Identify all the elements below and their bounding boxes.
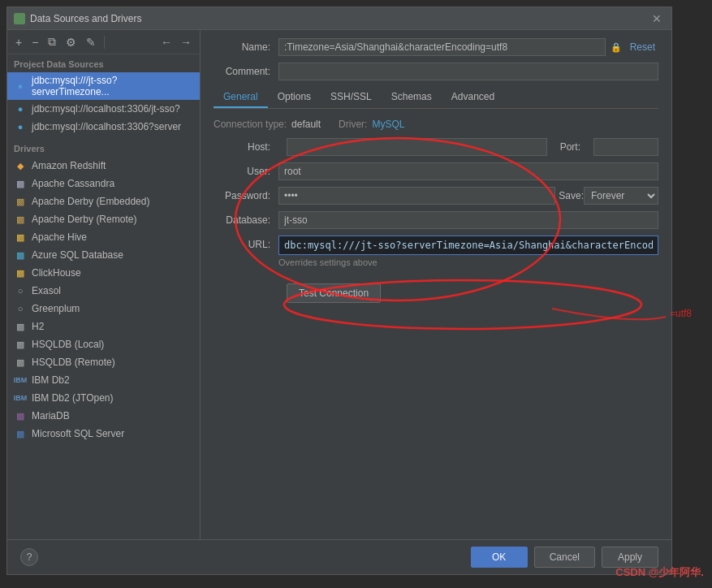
host-label: Host: — [214, 141, 278, 153]
derby-remote-icon: ▩ — [14, 213, 27, 226]
tabs-row: General Options SSH/SSL Schemas Advanced — [214, 87, 658, 109]
forward-button[interactable]: → — [177, 34, 195, 50]
driver-label-exasol: Exasol — [32, 285, 61, 296]
h2-icon: ▩ — [14, 320, 27, 333]
sidebar-item-amazon-redshift[interactable]: ◆ Amazon Redshift — [7, 157, 200, 175]
sidebar-item-azure-sql[interactable]: ▩ Azure SQL Database — [7, 246, 200, 264]
save-select[interactable]: Forever Until restart Never — [584, 187, 658, 205]
sidebar-item-ibm-db2[interactable]: IBM IBM Db2 — [7, 371, 200, 389]
duplicate-button[interactable]: ⧉ — [45, 33, 59, 50]
sidebar-item-apache-hive[interactable]: ▩ Apache Hive — [7, 228, 200, 246]
hsqldb-remote-icon: ▩ — [14, 356, 27, 369]
database-input[interactable] — [278, 211, 658, 229]
greenplum-icon: ○ — [14, 302, 27, 315]
cancel-button[interactable]: Cancel — [534, 547, 595, 568]
password-row: Password: Save: Forever Until restart Ne… — [214, 187, 658, 205]
help-button[interactable]: ? — [20, 548, 38, 566]
driver-label-mariadb: MariaDB — [32, 410, 70, 422]
toolbar-separator — [104, 36, 105, 49]
sidebar-item-mssql[interactable]: ▩ Microsoft SQL Server — [7, 425, 200, 443]
sidebar-item-label-2: jdbc:mysql://localhost:3306/jt-sso? — [32, 103, 180, 115]
derby-embedded-icon: ▩ — [14, 195, 27, 208]
host-port-row: Host: Port: — [214, 138, 658, 156]
remove-button[interactable]: − — [28, 34, 41, 50]
tab-schemas[interactable]: Schemas — [382, 87, 442, 108]
ok-button[interactable]: OK — [471, 547, 528, 568]
user-input[interactable] — [278, 162, 658, 180]
add-button[interactable]: + — [12, 34, 25, 50]
tab-options[interactable]: Options — [268, 87, 321, 108]
hive-icon: ▩ — [14, 231, 27, 244]
sidebar-item-project-3[interactable]: ● jdbc:mysql://localhost:3306?server — [7, 118, 200, 136]
settings-button[interactable]: ⚙ — [63, 34, 80, 50]
reset-button[interactable]: Reset — [627, 41, 658, 53]
sidebar-item-apache-cassandra[interactable]: ▩ Apache Cassandra — [7, 175, 200, 192]
clickhouse-icon: ▩ — [14, 266, 27, 279]
driver-label-hsqldb-local: HSQLDB (Local) — [32, 339, 104, 350]
host-input[interactable] — [287, 138, 547, 156]
port-label: Port: — [555, 141, 585, 153]
dialog-footer: ? OK Cancel Apply — [7, 539, 671, 574]
driver-label-ibm-db2: IBM Db2 — [32, 374, 70, 386]
driver-value[interactable]: MySQL — [372, 119, 404, 130]
drivers-section-header: Drivers — [7, 139, 200, 157]
sidebar-item-mariadb[interactable]: ▩ MariaDB — [7, 407, 200, 425]
sidebar-item-project-1[interactable]: ● jdbc:mysql:///jt-sso?serverTimezone... — [7, 72, 200, 100]
mssql-icon: ▩ — [14, 427, 27, 440]
name-row: Name: 🔒 Reset — [214, 38, 658, 56]
test-connection-wrapper: Test Connection — [214, 274, 658, 303]
user-label: User: — [214, 166, 278, 177]
sidebar-item-h2[interactable]: ▩ H2 — [7, 318, 200, 335]
dialog-body: + − ⧉ ⚙ ✎ ← → Project Data Sources ● jdb… — [7, 30, 671, 539]
azure-icon: ▩ — [14, 249, 27, 262]
dialog-titlebar: Data Sources and Drivers ✕ — [7, 7, 671, 30]
sidebar-item-project-2[interactable]: ● jdbc:mysql://localhost:3306/jt-sso? — [7, 100, 200, 118]
comment-input[interactable] — [278, 63, 658, 80]
sidebar-item-exasol[interactable]: ○ Exasol — [7, 282, 200, 300]
sidebar-item-hsqldb-local[interactable]: ▩ HSQLDB (Local) — [7, 335, 200, 353]
edit-button[interactable]: ✎ — [83, 34, 99, 50]
sidebar-item-apache-derby-remote[interactable]: ▩ Apache Derby (Remote) — [7, 210, 200, 228]
dialog-icon — [14, 13, 25, 24]
nav-arrows: ← → — [158, 34, 195, 50]
driver-label-derby-remote: Apache Derby (Remote) — [32, 214, 136, 225]
back-button[interactable]: ← — [158, 34, 175, 50]
user-row: User: — [214, 162, 658, 180]
sidebar-item-ibm-db2-jtopen[interactable]: IBM IBM Db2 (JTOpen) — [7, 389, 200, 407]
url-label: URL: — [214, 236, 278, 250]
name-input[interactable] — [278, 38, 606, 56]
comment-row: Comment: — [214, 63, 658, 80]
driver-label-azure: Azure SQL Database — [32, 249, 123, 261]
driver-label-greenplum: Greenplum — [32, 303, 80, 314]
sidebar-item-label-1: jdbc:mysql:///jt-sso?serverTimezone... — [32, 75, 193, 97]
lock-icon: 🔒 — [611, 42, 622, 53]
save-label: Save: — [555, 190, 584, 201]
tab-general[interactable]: General — [214, 87, 268, 108]
driver-label-h2: H2 — [32, 321, 44, 332]
port-input[interactable] — [593, 138, 658, 156]
tab-advanced[interactable]: Advanced — [442, 87, 504, 108]
main-panel: Name: 🔒 Reset Comment: General Options S… — [201, 30, 671, 539]
tab-ssh-ssl[interactable]: SSH/SSL — [321, 87, 382, 108]
connection-type-label: Connection type: — [214, 119, 287, 130]
url-input[interactable] — [278, 236, 658, 255]
close-button[interactable]: ✕ — [649, 12, 665, 25]
mysql-icon-2: ● — [14, 102, 27, 115]
watermark: CSDN @少年阿华. — [615, 565, 704, 580]
sidebar-item-greenplum[interactable]: ○ Greenplum — [7, 300, 200, 318]
project-section-header: Project Data Sources — [7, 54, 200, 72]
sidebar-item-clickhouse[interactable]: ▩ ClickHouse — [7, 264, 200, 282]
driver-label-amazon: Amazon Redshift — [32, 160, 106, 171]
cassandra-icon: ▩ — [14, 177, 27, 190]
password-input[interactable] — [278, 187, 555, 205]
sidebar-item-label-3: jdbc:mysql://localhost:3306?server — [32, 121, 181, 132]
dialog-window: Data Sources and Drivers ✕ + − ⧉ ⚙ ✎ ← →… — [6, 6, 672, 575]
sidebar-toolbar: + − ⧉ ⚙ ✎ ← → — [7, 30, 200, 54]
driver-label-ibm-db2-jtopen: IBM Db2 (JTOpen) — [32, 392, 113, 404]
name-label: Name: — [214, 41, 278, 53]
sidebar-item-apache-derby-embedded[interactable]: ▩ Apache Derby (Embedded) — [7, 192, 200, 210]
comment-label: Comment: — [214, 66, 278, 77]
test-connection-button[interactable]: Test Connection — [287, 283, 381, 303]
sidebar-item-hsqldb-remote[interactable]: ▩ HSQLDB (Remote) — [7, 353, 200, 371]
ibm-db2-icon: IBM — [14, 374, 27, 387]
